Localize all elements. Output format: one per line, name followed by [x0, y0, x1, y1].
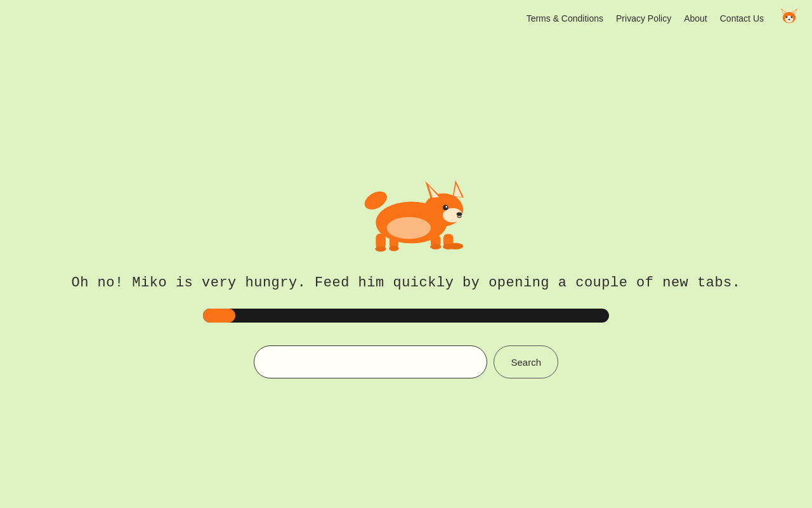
svg-point-17 [375, 246, 386, 252]
svg-point-27 [443, 205, 449, 211]
main-content: Oh no! Miko is very hungry. Feed him qui… [0, 36, 812, 508]
search-area: Search [254, 345, 558, 378]
site-header: Terms & Conditions Privacy Policy About … [0, 0, 812, 36]
svg-point-29 [457, 212, 462, 216]
hunger-message: Oh no! Miko is very hungry. Feed him qui… [71, 275, 740, 291]
nav-privacy[interactable]: Privacy Policy [616, 13, 671, 23]
dog-illustration [343, 170, 469, 256]
svg-marker-4 [793, 10, 797, 13]
main-nav: Terms & Conditions Privacy Policy About … [527, 13, 764, 23]
svg-point-31 [448, 243, 463, 249]
progress-fill [203, 309, 235, 323]
svg-marker-3 [782, 10, 786, 13]
fox-logo-icon [779, 6, 799, 30]
svg-point-28 [445, 206, 447, 208]
hunger-progress-bar [203, 309, 609, 323]
nav-contact[interactable]: Contact Us [720, 13, 764, 23]
svg-point-7 [790, 16, 792, 18]
search-input[interactable] [254, 345, 487, 378]
svg-point-6 [785, 16, 787, 18]
svg-point-30 [387, 217, 431, 239]
nav-terms[interactable]: Terms & Conditions [527, 13, 603, 23]
svg-point-19 [430, 244, 441, 250]
svg-point-18 [389, 246, 399, 251]
nav-about[interactable]: About [684, 13, 707, 23]
svg-point-10 [788, 19, 790, 20]
svg-point-9 [792, 17, 792, 17]
search-button[interactable]: Search [494, 345, 558, 378]
svg-point-8 [787, 17, 787, 17]
